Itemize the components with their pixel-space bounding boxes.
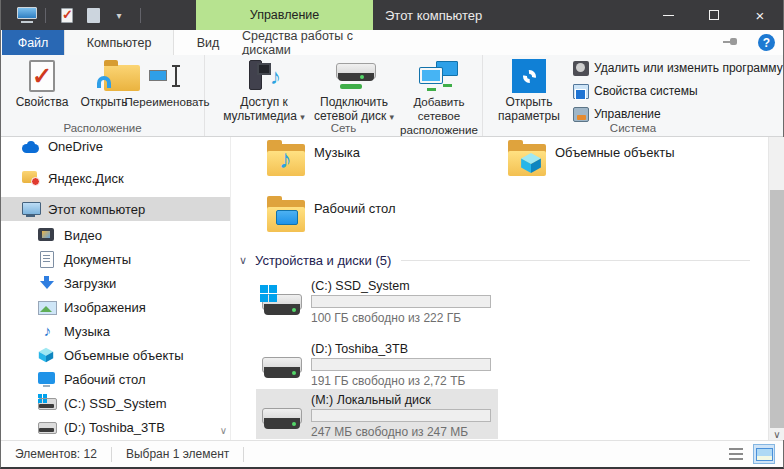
sidebar-item-3d-objects[interactable]: Объемные объекты [1, 343, 230, 367]
sidebar-item-this-pc[interactable]: Этот компьютер [1, 197, 230, 221]
maximize-icon [709, 10, 719, 20]
sidebar-item-label: Документы [64, 252, 131, 267]
sidebar-item-label: Объемные объекты [64, 348, 184, 363]
drive-icon [262, 288, 304, 320]
sidebar-item-label: Рабочий стол [64, 372, 146, 387]
vertical-scrollbar[interactable]: ∨ [768, 137, 784, 440]
details-view-button[interactable] [725, 444, 747, 464]
computer-management-icon [573, 107, 589, 122]
devices-and-drives-header[interactable]: ∨ Устройства и диски (5) [239, 251, 750, 269]
contextual-tab-manage[interactable]: Управление [196, 0, 373, 30]
new-item-icon [87, 8, 100, 23]
rename-button[interactable]: Переименовать [133, 58, 201, 109]
rename-icon [149, 63, 185, 89]
thumbnails-view-button[interactable] [753, 444, 775, 464]
tab-disk-tools[interactable]: Средства работы с дисками [242, 30, 373, 55]
chevron-down-icon: ▾ [116, 10, 121, 21]
ribbon-group-location: ✓ Свойства Открыть Переименовать Располо… [1, 55, 205, 136]
tab-computer[interactable]: Компьютер [64, 30, 174, 55]
ribbon: ✓ Свойства Открыть Переименовать Располо… [1, 55, 783, 137]
sidebar-item-drive-c[interactable]: (C:) SSD_System [1, 391, 230, 415]
downloads-icon [38, 275, 57, 291]
drive-item-m[interactable]: (M:) Локальный диск 247 МБ свободно из 2… [256, 389, 498, 439]
media-access-button[interactable]: ♪ Доступ к мультимедиа ▾ [219, 58, 309, 124]
scrollbar-thumb[interactable] [770, 190, 784, 428]
sidebar-item-drive-d[interactable]: (D:) Toshiba_3TB [1, 415, 230, 439]
folder-music[interactable]: ♪ Музыка [267, 142, 497, 176]
network-drive-icon [336, 61, 372, 91]
desktop-icon [38, 371, 57, 387]
folder-label: Рабочий стол [314, 201, 396, 232]
yandex-disk-icon [22, 170, 41, 186]
tab-view[interactable]: Вид [174, 30, 242, 55]
sidebar-item-label: Загрузки [64, 276, 116, 291]
sidebar-item-music[interactable]: ♪ Музыка [1, 319, 230, 343]
dropdown-arrow-icon: ▾ [390, 112, 395, 122]
map-network-drive-button[interactable]: Подключить сетевой диск ▾ [311, 58, 397, 124]
drive-caption: 247 МБ свободно из 247 МБ [311, 425, 468, 439]
qat-properties-button[interactable]: ✓ [56, 4, 78, 26]
properties-button[interactable]: ✓ Свойства [11, 58, 73, 109]
maximize-button[interactable] [691, 0, 737, 30]
sidebar-item-label: Музыка [64, 324, 110, 339]
titlebar-separator [45, 8, 46, 23]
computer-management-button[interactable]: Управление [573, 104, 781, 124]
sidebar-item-desktop[interactable]: Рабочий стол [1, 367, 230, 391]
minimize-button[interactable] [645, 0, 691, 30]
help-button[interactable]: ? [758, 34, 775, 51]
system-properties-button[interactable]: Свойства системы [573, 81, 781, 101]
selection-count: Выбран 1 элемент [112, 447, 243, 461]
ribbon-tabs: Файл Компьютер Вид Средства работы с дис… [1, 30, 783, 55]
scroll-down-icon[interactable]: ∨ [769, 429, 784, 440]
3d-objects-folder-icon [508, 142, 546, 176]
media-streaming-icon: ♪ [247, 60, 281, 92]
open-settings-button[interactable]: Открыть параметры [489, 58, 569, 123]
documents-icon [38, 251, 57, 267]
dropdown-arrow-icon: ▾ [300, 112, 305, 122]
section-divider [401, 260, 750, 261]
capacity-bar [311, 295, 491, 308]
system-drive-icon [38, 395, 57, 411]
uninstall-program-button[interactable]: Удалить или изменить программу [573, 58, 781, 78]
drive-name: (C:) SSD_System [311, 279, 410, 293]
ribbon-group-system: Открыть параметры Удалить или изменить п… [483, 55, 783, 136]
onedrive-icon [22, 141, 41, 157]
sidebar-item-videos[interactable]: Видео [1, 223, 230, 247]
tab-file[interactable]: Файл [2, 30, 64, 55]
explorer-window: ✓ ▾ Управление Этот компьютер × Файл Ком… [0, 0, 784, 469]
close-button[interactable]: × [737, 0, 783, 30]
computer-icon [22, 201, 41, 217]
qat-newfolder-button[interactable] [82, 4, 104, 26]
sidebar-item-yandex-disk[interactable]: Яндекс.Диск [1, 166, 230, 190]
drive-icon [262, 351, 304, 383]
folder-3d-objects[interactable]: Объемные объекты [508, 142, 738, 176]
sidebar-item-downloads[interactable]: Загрузки [1, 271, 230, 295]
sidebar-item-pictures[interactable]: Изображения [1, 295, 230, 319]
folder-desktop[interactable]: Рабочий стол [267, 198, 497, 232]
status-bar: Элементов: 12 Выбран 1 элемент [1, 440, 783, 467]
titlebar: ✓ ▾ Управление Этот компьютер × [1, 0, 783, 30]
desktop-folder-icon [267, 198, 305, 232]
drive-item-d[interactable]: (D:) Toshiba_3TB 191 ГБ свободно из 2,72… [256, 338, 498, 388]
music-folder-icon: ♪ [267, 142, 305, 176]
drive-caption: 100 ГБ свободно из 222 ГБ [311, 311, 461, 325]
file-list: ♪ Музыка Объемные объекты Рабочий стол ∨… [231, 137, 768, 440]
drive-name: (D:) Toshiba_3TB [311, 342, 408, 356]
sidebar-item-documents[interactable]: Документы [1, 247, 230, 271]
minimize-icon [663, 15, 674, 16]
sidebar-item-onedrive[interactable]: OneDrive [1, 137, 230, 158]
help-icon: ? [763, 36, 770, 50]
sidebar-item-label: Яндекс.Диск [48, 171, 124, 186]
settings-gear-icon [512, 59, 546, 93]
drive-item-c[interactable]: (C:) SSD_System 100 ГБ свободно из 222 Г… [256, 275, 498, 325]
qat-customize-button[interactable]: ▾ [108, 4, 130, 26]
pin-ribbon-icon[interactable] [723, 38, 737, 46]
pictures-icon [38, 299, 57, 315]
sidebar-item-label: Видео [64, 228, 102, 243]
collapse-chevron-icon[interactable]: ∨ [239, 254, 255, 267]
app-icon [17, 7, 37, 23]
statusbar-separator [243, 447, 244, 462]
sidebar-item-label: (C:) SSD_System [64, 396, 167, 411]
sidebar-item-label: OneDrive [48, 139, 103, 154]
sidebar-scroll-down-icon[interactable]: ∨ [220, 425, 227, 436]
